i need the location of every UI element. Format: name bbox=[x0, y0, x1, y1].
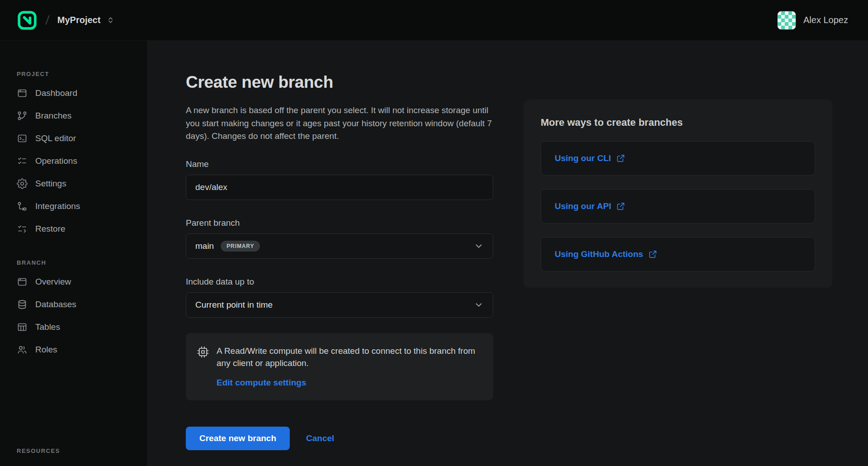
compute-info-row: A Read/Write compute will be created to … bbox=[197, 345, 481, 370]
chevron-down-icon bbox=[474, 300, 484, 310]
sidebar-item-label: SQL editor bbox=[35, 133, 76, 143]
api-link-text: Using our API bbox=[555, 201, 611, 211]
sidebar-section-project: PROJECT Dashboard bbox=[17, 71, 138, 240]
sidebar-item-branches[interactable]: Branches bbox=[17, 105, 138, 127]
top-header: / MyProject Alex Lopez bbox=[0, 0, 868, 41]
user-avatar bbox=[777, 11, 796, 30]
parent-branch-value: main bbox=[195, 241, 214, 251]
create-branch-button[interactable]: Create new branch bbox=[186, 427, 290, 450]
sidebar-item-label: Roles bbox=[35, 345, 57, 355]
page-title: Create new branch bbox=[186, 72, 493, 92]
overview-icon bbox=[17, 276, 28, 287]
section-label-project: PROJECT bbox=[17, 71, 138, 77]
api-link-card[interactable]: Using our API bbox=[541, 189, 815, 223]
github-actions-link-text: Using GitHub Actions bbox=[555, 249, 643, 259]
page-description: A new branch is based off the parent you… bbox=[186, 104, 493, 143]
project-switcher[interactable]: MyProject bbox=[57, 15, 115, 25]
cpu-icon bbox=[197, 346, 209, 358]
user-name: Alex Lopez bbox=[803, 15, 848, 25]
section-label-branch: BRANCH bbox=[17, 259, 138, 266]
sidebar-item-restore[interactable]: Restore bbox=[17, 218, 138, 240]
include-data-field: Include data up to Current point in time bbox=[186, 277, 493, 318]
sidebar-section-resources: RESOURCES bbox=[17, 447, 138, 459]
breadcrumb-divider: / bbox=[45, 13, 50, 28]
sidebar-item-label: Tables bbox=[35, 322, 60, 332]
sidebar-item-roles[interactable]: Roles bbox=[17, 338, 138, 361]
sidebar-item-databases[interactable]: Databases bbox=[17, 293, 138, 316]
parent-branch-select[interactable]: main PRIMARY bbox=[186, 233, 493, 259]
user-menu[interactable]: Alex Lopez bbox=[777, 11, 848, 30]
compute-info-box: A Read/Write compute will be created to … bbox=[186, 333, 493, 400]
name-label: Name bbox=[186, 159, 493, 169]
more-ways-panel: More ways to create branches Using our C… bbox=[524, 100, 832, 288]
sidebar-item-label: Overview bbox=[35, 277, 71, 287]
external-link-icon bbox=[648, 250, 657, 259]
project-name: MyProject bbox=[57, 15, 101, 25]
main-content: Create new branch A new branch is based … bbox=[148, 41, 868, 466]
include-data-value: Current point in time bbox=[195, 300, 273, 310]
dashboard-icon bbox=[17, 88, 28, 99]
branches-icon bbox=[17, 110, 28, 121]
branch-name-input[interactable] bbox=[186, 175, 493, 200]
cancel-button[interactable]: Cancel bbox=[306, 433, 334, 443]
more-ways-title: More ways to create branches bbox=[541, 117, 815, 128]
sidebar-item-label: Databases bbox=[35, 300, 76, 309]
sidebar-item-label: Restore bbox=[35, 224, 66, 234]
sidebar-item-integrations[interactable]: Integrations bbox=[17, 195, 138, 218]
github-actions-link-label: Using GitHub Actions bbox=[555, 249, 657, 259]
operations-icon bbox=[17, 156, 28, 166]
cli-link-card[interactable]: Using our CLI bbox=[541, 141, 815, 176]
section-label-resources: RESOURCES bbox=[17, 447, 138, 454]
external-link-icon bbox=[616, 202, 625, 211]
sidebar-item-tables[interactable]: Tables bbox=[17, 316, 138, 338]
roles-icon bbox=[17, 344, 28, 355]
form-actions: Create new branch Cancel bbox=[186, 427, 493, 450]
sidebar-item-operations[interactable]: Operations bbox=[17, 150, 138, 172]
chevron-down-icon bbox=[474, 241, 484, 251]
sidebar-item-label: Settings bbox=[35, 179, 66, 189]
edit-compute-settings-link[interactable]: Edit compute settings bbox=[217, 378, 306, 388]
sidebar-item-label: Branches bbox=[35, 111, 71, 121]
include-data-select[interactable]: Current point in time bbox=[186, 292, 493, 318]
primary-badge: PRIMARY bbox=[221, 241, 260, 252]
gear-icon bbox=[17, 178, 28, 189]
integrations-icon bbox=[17, 201, 28, 212]
api-link-label: Using our API bbox=[555, 201, 625, 211]
sidebar-item-label: Integrations bbox=[35, 201, 80, 211]
parent-branch-field: Parent branch main PRIMARY bbox=[186, 218, 493, 259]
restore-icon bbox=[17, 223, 28, 234]
cli-link-text: Using our CLI bbox=[555, 153, 611, 163]
sidebar-item-sql-editor[interactable]: SQL editor bbox=[17, 127, 138, 150]
create-branch-form: Create new branch A new branch is based … bbox=[186, 72, 493, 450]
databases-icon bbox=[17, 299, 28, 310]
external-link-icon bbox=[616, 154, 625, 163]
sidebar-item-label: Dashboard bbox=[35, 88, 77, 98]
sidebar-item-dashboard[interactable]: Dashboard bbox=[17, 82, 138, 105]
sidebar-item-label: Operations bbox=[35, 156, 77, 166]
neon-logo-icon[interactable] bbox=[17, 10, 38, 31]
include-data-label: Include data up to bbox=[186, 277, 493, 287]
cli-link-label: Using our CLI bbox=[555, 153, 625, 163]
sidebar-item-overview[interactable]: Overview bbox=[17, 271, 138, 293]
name-field: Name bbox=[186, 159, 493, 200]
sql-editor-icon bbox=[17, 133, 28, 144]
sidebar-item-settings[interactable]: Settings bbox=[17, 172, 138, 195]
parent-branch-label: Parent branch bbox=[186, 218, 493, 228]
sidebar-section-branch: BRANCH Overview bbox=[17, 259, 138, 361]
app-body: PROJECT Dashboard bbox=[0, 41, 868, 466]
github-actions-link-card[interactable]: Using GitHub Actions bbox=[541, 237, 815, 271]
tables-icon bbox=[17, 322, 28, 333]
chevron-updown-icon bbox=[107, 16, 114, 24]
header-left: / MyProject bbox=[17, 10, 114, 31]
compute-note-text: A Read/Write compute will be created to … bbox=[217, 345, 481, 370]
sidebar: PROJECT Dashboard bbox=[0, 41, 148, 466]
